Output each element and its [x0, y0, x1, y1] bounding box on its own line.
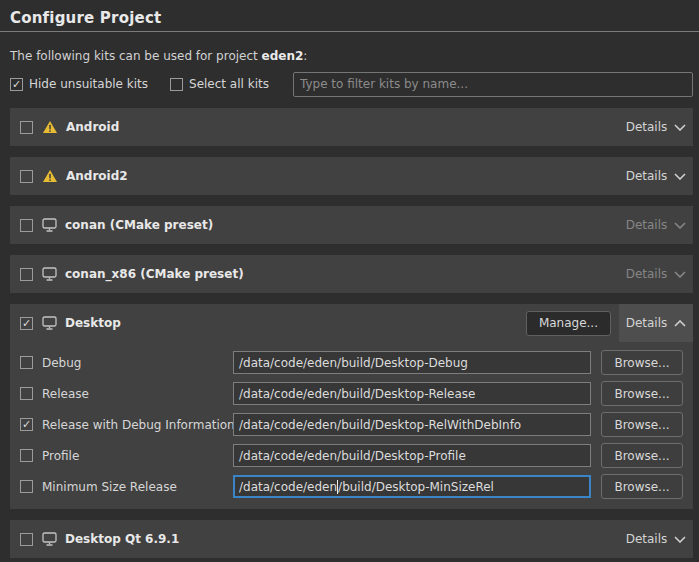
- browse-button-debug[interactable]: Browse...: [601, 350, 683, 375]
- manage-button[interactable]: Manage...: [526, 311, 611, 336]
- config-row-minsizerel: Minimum Size Release /data/code/eden/bui…: [20, 475, 683, 498]
- project-name: eden2: [262, 49, 304, 63]
- build-config-list: Debug /data/code/eden/build/Desktop-Debu…: [10, 342, 693, 509]
- browse-button-relwithdebinfo[interactable]: Browse...: [601, 412, 683, 437]
- config-checkbox-relwithdebinfo[interactable]: [20, 418, 33, 431]
- config-label: Release: [42, 387, 89, 401]
- kit-list: Android Details Android2 Details: [10, 108, 693, 562]
- warning-icon: [42, 120, 58, 134]
- config-label: Minimum Size Release: [42, 480, 177, 494]
- config-checkbox-profile[interactable]: [20, 449, 33, 462]
- page-title: Configure Project: [10, 9, 161, 27]
- details-label: Details: [626, 267, 668, 281]
- kit-header[interactable]: conan_x86 (CMake preset) Details: [10, 255, 693, 293]
- kit-name: Android2: [66, 169, 128, 183]
- kit-header[interactable]: Desktop Qt 6.9.1 Details: [10, 520, 693, 558]
- select-all-label: Select all kits: [189, 77, 269, 91]
- details-toggle[interactable]: Details: [619, 304, 693, 342]
- config-checkbox-minsizerel[interactable]: [20, 480, 33, 493]
- config-row-debug: Debug /data/code/eden/build/Desktop-Debu…: [20, 351, 683, 374]
- config-label: Debug: [42, 356, 81, 370]
- chevron-down-icon: [674, 536, 686, 543]
- kit-row-desktop: Desktop Manage... Details Debug /data/co…: [10, 304, 693, 509]
- warning-icon: [42, 169, 58, 183]
- build-dir-value: /build/Desktop-MinSizeRel: [338, 480, 494, 494]
- details-toggle[interactable]: Details: [619, 157, 693, 195]
- build-dir-input-debug[interactable]: /data/code/eden/build/Desktop-Debug: [233, 351, 591, 374]
- chevron-down-icon: [674, 173, 686, 180]
- config-row-release: Release /data/code/eden/build/Desktop-Re…: [20, 382, 683, 405]
- kit-header[interactable]: conan (CMake preset) Details: [10, 206, 693, 244]
- kit-filter-input[interactable]: [293, 72, 693, 97]
- desktop-monitor-icon: [42, 267, 57, 281]
- chevron-up-icon: [674, 320, 686, 327]
- kit-checkbox-conan[interactable]: [20, 219, 33, 232]
- build-dir-value: /data/code/eden/build/Desktop-Debug: [239, 356, 468, 370]
- kit-name: Android: [66, 120, 119, 134]
- browse-button-release[interactable]: Browse...: [601, 381, 683, 406]
- chevron-down-icon: [674, 271, 686, 278]
- select-all-checkbox[interactable]: [170, 78, 183, 91]
- kit-header[interactable]: Android Details: [10, 108, 693, 146]
- kit-checkbox-desktop[interactable]: [20, 317, 33, 330]
- kit-checkbox-android2[interactable]: [20, 170, 33, 183]
- details-toggle[interactable]: Details: [619, 108, 693, 146]
- build-dir-value: /data/code/eden/build/Desktop-RelWithDeb…: [239, 418, 521, 432]
- details-label: Details: [626, 120, 668, 134]
- details-toggle[interactable]: Details: [619, 520, 693, 558]
- desktop-monitor-icon: [42, 316, 57, 330]
- config-row-profile: Profile /data/code/eden/build/Desktop-Pr…: [20, 444, 683, 467]
- desktop-monitor-icon: [42, 218, 57, 232]
- build-dir-input-release[interactable]: /data/code/eden/build/Desktop-Release: [233, 382, 591, 405]
- kit-checkbox-conan-x86[interactable]: [20, 268, 33, 281]
- details-toggle[interactable]: Details: [619, 206, 693, 244]
- kit-row-desktop-qt-691: Desktop Qt 6.9.1 Details: [10, 520, 693, 558]
- build-dir-input-profile[interactable]: /data/code/eden/build/Desktop-Profile: [233, 444, 591, 467]
- kit-checkbox-desktop-qt[interactable]: [20, 533, 33, 546]
- kit-header[interactable]: Desktop Manage... Details: [10, 304, 693, 342]
- hide-unsuitable-label: Hide unsuitable kits: [29, 77, 148, 91]
- details-label: Details: [626, 169, 668, 183]
- intro-text: The following kits can be used for proje…: [10, 49, 307, 63]
- kit-name: conan (CMake preset): [65, 218, 213, 232]
- config-checkbox-release[interactable]: [20, 387, 33, 400]
- kit-row-conan-x86: conan_x86 (CMake preset) Details: [10, 255, 693, 293]
- intro-text-before: The following kits can be used for proje…: [10, 49, 262, 63]
- config-label: Profile: [42, 449, 79, 463]
- kit-name: conan_x86 (CMake preset): [65, 267, 244, 281]
- chevron-down-icon: [674, 124, 686, 131]
- details-label: Details: [626, 532, 668, 546]
- build-dir-input-relwithdebinfo[interactable]: /data/code/eden/build/Desktop-RelWithDeb…: [233, 413, 591, 436]
- kit-row-android2: Android2 Details: [10, 157, 693, 195]
- chevron-down-icon: [674, 222, 686, 229]
- build-dir-input-minsizerel[interactable]: /data/code/eden/build/Desktop-MinSizeRel: [233, 475, 591, 498]
- kit-name: Desktop: [65, 316, 121, 330]
- details-label: Details: [626, 316, 668, 330]
- config-checkbox-debug[interactable]: [20, 356, 33, 369]
- filter-bar: Hide unsuitable kits Select all kits: [10, 71, 693, 97]
- kit-checkbox-android[interactable]: [20, 121, 33, 134]
- build-dir-value: /data/code/eden/build/Desktop-Profile: [239, 449, 466, 463]
- kit-name: Desktop Qt 6.9.1: [65, 532, 179, 546]
- kit-header[interactable]: Android2 Details: [10, 157, 693, 195]
- kit-row-conan: conan (CMake preset) Details: [10, 206, 693, 244]
- title-separator: [0, 31, 699, 32]
- browse-button-minsizerel[interactable]: Browse...: [601, 474, 683, 499]
- kit-row-android: Android Details: [10, 108, 693, 146]
- configure-project-pane: Configure Project The following kits can…: [0, 0, 699, 562]
- hide-unsuitable-checkbox[interactable]: [10, 78, 23, 91]
- config-row-relwithdebinfo: Release with Debug Information /data/cod…: [20, 413, 683, 436]
- config-label: Release with Debug Information: [42, 418, 235, 432]
- intro-text-after: :: [303, 49, 307, 63]
- build-dir-value: /data/code/eden: [239, 480, 337, 494]
- desktop-monitor-icon: [42, 532, 57, 546]
- browse-button-profile[interactable]: Browse...: [601, 443, 683, 468]
- details-label: Details: [626, 218, 668, 232]
- build-dir-value: /data/code/eden/build/Desktop-Release: [239, 387, 475, 401]
- details-toggle[interactable]: Details: [619, 255, 693, 293]
